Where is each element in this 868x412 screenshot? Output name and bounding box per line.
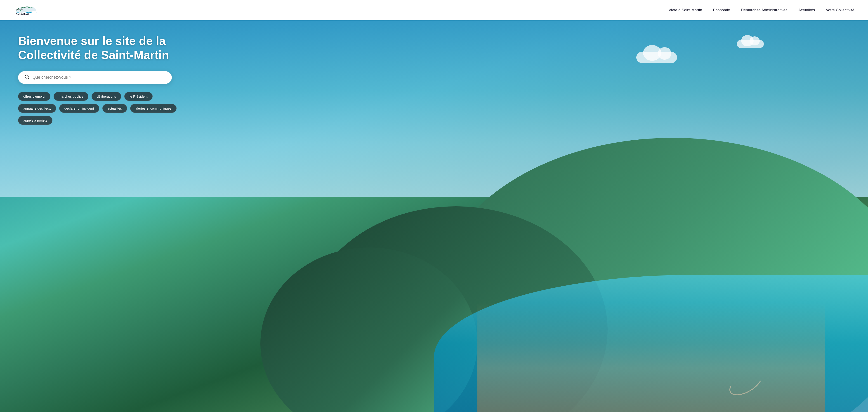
svg-text:Saint-Martin: Saint-Martin [16, 13, 30, 15]
hero-section: Bienvenue sur le site de la Collectivité… [0, 20, 868, 412]
cloud-decoration-1 [636, 52, 677, 63]
nav-demarches[interactable]: Démarches Administratives [741, 8, 787, 12]
tag-projets[interactable]: appels à projets [18, 116, 53, 125]
tag-president[interactable]: le Président [124, 92, 153, 101]
search-input[interactable] [33, 75, 165, 80]
hero-content: Bienvenue sur le site de la Collectivité… [0, 20, 204, 138]
tag-alertes[interactable]: alertes et communiqués [130, 104, 177, 113]
logo[interactable]: Saint-Martin Collectivité de [13, 3, 38, 17]
search-bar[interactable] [18, 71, 172, 84]
search-icon [24, 74, 29, 81]
nav-economie[interactable]: Économie [713, 8, 730, 12]
tag-incident[interactable]: déclarer un incident [59, 104, 99, 113]
hero-title: Bienvenue sur le site de la Collectivité… [18, 34, 185, 62]
nav-vivre[interactable]: Vivre à Saint Martin [669, 8, 702, 12]
quick-search-tags: offres d'emploi marchés publics délibéra… [18, 92, 185, 125]
tag-marches[interactable]: marchés publics [54, 92, 88, 101]
town-area [477, 303, 825, 412]
tag-deliberations[interactable]: délibérations [92, 92, 121, 101]
site-header: Saint-Martin Collectivité de Vivre à Sai… [0, 0, 868, 20]
tag-actualites[interactable]: actualités [102, 104, 127, 113]
logo-svg: Saint-Martin Collectivité de [13, 3, 38, 17]
nav-collectivite[interactable]: Votre Collectivité [826, 8, 855, 12]
cloud-decoration-2 [737, 40, 764, 48]
tag-emploi[interactable]: offres d'emploi [18, 92, 51, 101]
svg-text:Collectivité de: Collectivité de [16, 8, 24, 10]
svg-line-3 [28, 78, 29, 78]
nav-actualites[interactable]: Actualités [798, 8, 815, 12]
tag-annuaire[interactable]: annuaire des lieux [18, 104, 56, 113]
main-nav: Vivre à Saint Martin Économie Démarches … [669, 8, 855, 12]
